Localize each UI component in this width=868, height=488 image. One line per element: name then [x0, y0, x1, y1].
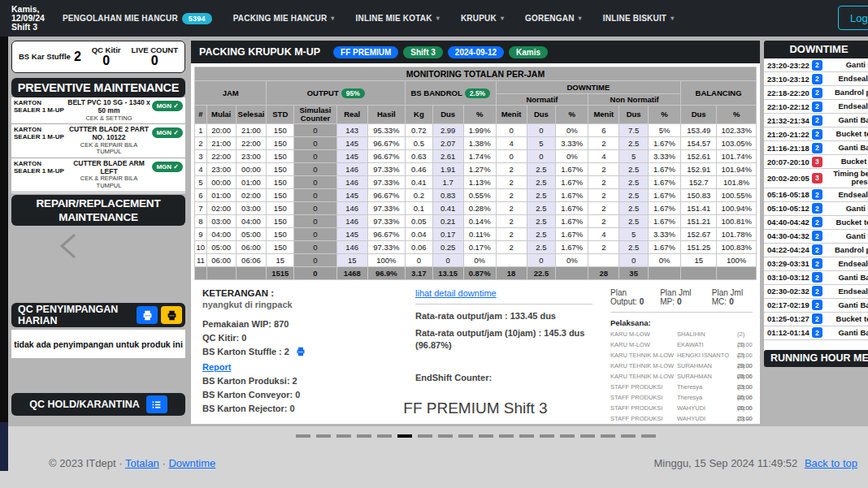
cell: 2	[496, 241, 527, 254]
carousel-dot[interactable]	[580, 434, 595, 438]
carousel-dot[interactable]	[641, 434, 656, 438]
back-to-top-link[interactable]: Back to top	[805, 457, 857, 469]
carousel-dot[interactable]	[397, 434, 412, 438]
totalan-link[interactable]: Totalan	[125, 457, 159, 469]
nav-item[interactable]: GORENGAN▾	[525, 14, 582, 23]
cell: 96.67%	[367, 137, 405, 150]
cell: 1.67%	[649, 163, 681, 176]
cell: 143	[336, 124, 367, 137]
downtime-count-badge: 2	[812, 217, 822, 227]
downtime-time: 23:10-23:12	[767, 75, 809, 84]
downtime-description: Bandrol penyok	[822, 89, 868, 97]
downtime-time: 20:02-20:05	[767, 174, 809, 183]
cell: 0.04	[406, 228, 433, 241]
carousel-dot[interactable]	[458, 434, 473, 438]
cell: 146	[336, 163, 367, 176]
cell: 146	[336, 215, 367, 228]
nav-item[interactable]: INLINE MIE KOTAK▾	[356, 14, 440, 23]
cell: 0.2	[406, 189, 433, 202]
print-report-button[interactable]	[296, 347, 306, 361]
downtime-description: Timing belt tidak presisi	[822, 170, 868, 187]
carousel-dot[interactable]	[519, 434, 534, 438]
detail-downtime-link[interactable]: lihat detail downtime	[415, 288, 497, 298]
total-cell	[236, 267, 267, 280]
carousel-dot[interactable]	[560, 434, 575, 438]
print-button-blue[interactable]	[137, 306, 158, 324]
cell: 153.49	[681, 124, 717, 137]
login-button[interactable]: Login	[838, 6, 868, 30]
cell: 0.41	[432, 202, 463, 215]
printer-icon	[296, 347, 306, 356]
cell: 150	[267, 137, 294, 150]
pelaksana-row: KARU TEHNIK M-LOWSURAHMAN(3) 23:00 - 06:…	[610, 371, 753, 382]
cell: 150.83	[681, 189, 717, 202]
cell: 0	[619, 254, 649, 267]
print-button-yellow[interactable]	[161, 306, 182, 324]
cell: 1.13%	[463, 176, 496, 189]
cell: 0	[496, 124, 527, 137]
cell: 100.55%	[717, 189, 757, 202]
cell: 2	[588, 241, 619, 254]
footer-right: Minggu, 15 Sep 2024 11:49:52 Back to top	[653, 457, 857, 469]
total-cell: 35	[619, 267, 649, 280]
report-link[interactable]: Report	[202, 362, 231, 372]
cell: 2	[588, 215, 619, 228]
column-header: Mulai	[206, 106, 236, 124]
cell: 1	[195, 124, 207, 137]
column-header: %	[717, 106, 757, 124]
downtime-count-badge: 2	[812, 244, 822, 255]
carousel-dot[interactable]	[357, 434, 371, 438]
table-title: MONITORING TOTALAN PER-JAM	[195, 67, 757, 81]
nav-item-label: PACKING MIE HANCUR	[233, 14, 328, 23]
nav-item[interactable]: KRUPUK▾	[461, 14, 504, 23]
cell: 101.78%	[717, 228, 757, 241]
nav-item[interactable]: INLINE BISKUIT▾	[603, 14, 675, 23]
downtime-count-badge: 2	[812, 60, 822, 71]
table-row: 423:0000:00150014697.33%0.461.911.27%22.…	[195, 163, 757, 176]
cell: 1.67%	[556, 163, 588, 176]
cell: 0%	[463, 254, 496, 267]
mgn-status-badge: MGN ✓	[152, 127, 183, 138]
cell: 97.33%	[367, 215, 405, 228]
cell: 04:00	[236, 215, 267, 228]
cell: 0	[496, 150, 527, 163]
carousel-dot[interactable]	[621, 434, 636, 438]
cell: 145	[336, 150, 367, 163]
carousel-dot[interactable]	[601, 434, 615, 438]
plan-jml-mp-value: 0	[677, 297, 682, 306]
cell[interactable]: 103.05%	[717, 137, 757, 150]
nav-item[interactable]: PENGOLAHAN MIE HANCUR5394	[63, 13, 212, 24]
nav-item-label: PENGOLAHAN MIE HANCUR	[63, 14, 178, 23]
carousel-dot[interactable]	[296, 434, 310, 438]
pelaksana-schedule: (2) 20:00 - 23:00	[737, 329, 753, 339]
cell: 2	[195, 137, 207, 150]
cell: 0	[294, 228, 337, 241]
cell: 0%	[556, 254, 588, 267]
cell: 0.17%	[463, 241, 496, 254]
carousel-prev-button[interactable]	[54, 230, 83, 262]
downtime-row: 01:12-01:142Ganti Bandrol	[764, 326, 868, 340]
cell: 00:00	[206, 176, 236, 189]
nav-item[interactable]: PACKING MIE HANCUR▾	[233, 14, 335, 23]
downtime-count-badge: 2	[812, 143, 822, 153]
preventive-action: CEK & SETTING	[67, 115, 150, 123]
cell: 2.5	[527, 202, 556, 215]
carousel-dot[interactable]	[540, 434, 554, 438]
chevron-left-icon	[54, 230, 83, 262]
table-row: 601:0002:00150014596.67%0.20.830.55%22.5…	[195, 189, 757, 202]
cell: 1.7	[432, 176, 463, 189]
carousel-dot[interactable]	[479, 434, 493, 438]
qc-hold-list-button[interactable]	[146, 395, 167, 413]
nav-items: PENGOLAHAN MIE HANCUR5394PACKING MIE HAN…	[63, 13, 675, 24]
carousel-dot[interactable]	[336, 434, 351, 438]
cell: 20:00	[206, 124, 236, 137]
carousel-dot[interactable]	[438, 434, 453, 438]
carousel-dot[interactable]	[316, 434, 331, 438]
cell: 0.28%	[463, 202, 496, 215]
downtime-link[interactable]: Downtime	[168, 457, 215, 469]
carousel-dot[interactable]	[377, 434, 392, 438]
carousel-dot[interactable]	[418, 434, 432, 438]
carousel-dot[interactable]	[499, 434, 514, 438]
column-header: Menit	[496, 106, 527, 124]
downtime-header: DOWNTIME	[764, 41, 868, 58]
